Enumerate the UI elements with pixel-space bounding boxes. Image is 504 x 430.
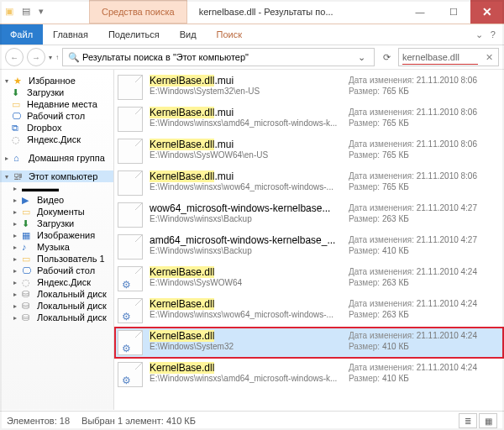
breadcrumb-dropdown-icon[interactable]: ⌄: [354, 52, 369, 63]
view-details-button[interactable]: ≣: [459, 413, 477, 428]
file-icon: [118, 139, 143, 164]
file-name: KernelBase.dll: [150, 330, 342, 342]
search-clear-icon[interactable]: ✕: [484, 52, 495, 63]
status-bar: Элементов: 18 Выбран 1 элемент: 410 КБ ≣…: [0, 411, 504, 430]
view-tiles-button[interactable]: ▦: [479, 413, 497, 428]
file-meta: Дата изменения: 21.11.2010 8:06Размер: 7…: [349, 139, 496, 160]
nav-pc-item[interactable]: ▸⛁Локальный диск: [0, 300, 113, 312]
file-name: KernelBase.dll.mui: [150, 170, 342, 182]
file-path: E:\Windows\winsxs\Backup: [150, 246, 342, 255]
search-result-row[interactable]: KernelBase.dllE:\Windows\SysWOW64Дата из…: [114, 263, 504, 295]
search-result-row[interactable]: KernelBase.dll.muiE:\Windows\winsxs\wow6…: [114, 167, 504, 199]
nav-favorites-header[interactable]: ▾★Избранное: [0, 75, 113, 87]
status-item-count: Элементов: 18: [7, 416, 70, 426]
tab-search[interactable]: Поиск: [207, 24, 252, 45]
nav-pc-item[interactable]: ▸⛁Локальный диск: [0, 288, 113, 300]
window-title: kernelbase.dll - Результаты по...: [187, 0, 403, 24]
nav-up-button[interactable]: ↑: [55, 54, 59, 61]
file-name: amd64_microsoft-windows-kernelbase_...: [150, 234, 342, 246]
search-results-list: KernelBase.dll.muiE:\Windows\System32\en…: [114, 70, 504, 410]
file-meta: Дата изменения: 21.11.2010 8:06Размер: 7…: [349, 170, 496, 192]
folder-icon: ▦: [22, 230, 34, 240]
ribbon-expand-icon[interactable]: ⌄ ?: [467, 24, 504, 45]
folder-icon: ⛁: [22, 301, 34, 311]
file-path: E:\Windows\SysWOW64: [150, 278, 342, 287]
search-result-row[interactable]: wow64_microsoft-windows-kernelbase...E:\…: [114, 199, 504, 231]
nav-fav-item[interactable]: ◌Яндекс.Диск: [0, 134, 113, 145]
minimize-button[interactable]: —: [403, 0, 437, 24]
tab-home[interactable]: Главная: [43, 24, 98, 45]
nav-pc-item[interactable]: ▸◌Яндекс.Диск: [0, 276, 113, 288]
contextual-tab-search-tools: Средства поиска: [89, 0, 187, 24]
nav-pc-item[interactable]: ▸▭Пользователь 1: [0, 253, 113, 265]
file-path: E:\Windows\System32: [150, 342, 342, 351]
nav-pc-redacted[interactable]: ▸▬▬▬▬: [0, 182, 113, 194]
file-name: KernelBase.dll: [150, 298, 342, 310]
search-input-text: kernelbase.dll: [402, 52, 484, 62]
refresh-button[interactable]: ⟳: [378, 52, 395, 63]
file-meta: Дата изменения: 21.11.2010 4:27Размер: 4…: [349, 234, 496, 256]
qat-dropdown-icon[interactable]: ▾: [39, 6, 50, 18]
nav-history-dropdown[interactable]: ▾: [49, 54, 52, 61]
folder-icon: ⛁: [22, 289, 34, 299]
search-result-row[interactable]: KernelBase.dllE:\Windows\winsxs\amd64_mi…: [114, 359, 504, 391]
navigation-pane: ▾★Избранное ⬇Загрузки▭Недавние места🖵Раб…: [0, 70, 114, 410]
file-name: KernelBase.dll.mui: [150, 107, 342, 118]
nav-homegroup[interactable]: ▸⌂Домашняя группа: [0, 152, 113, 164]
folder-icon: ▶: [22, 195, 34, 205]
folder-icon: 🖵: [12, 111, 24, 121]
nav-fav-item[interactable]: ⧉Dropbox: [0, 122, 113, 134]
nav-this-pc-header[interactable]: ▾🖳Этот компьютер: [0, 170, 113, 182]
tab-view[interactable]: Вид: [170, 24, 207, 45]
file-name: wow64_microsoft-windows-kernelbase...: [150, 202, 342, 214]
nav-fav-item[interactable]: ▭Недавние места: [0, 98, 113, 110]
nav-pc-item[interactable]: ▸♪Музыка: [0, 241, 113, 253]
status-selection: Выбран 1 элемент: 410 КБ: [81, 416, 196, 426]
breadcrumb-text: Результаты поиска в "Этот компьютер": [82, 52, 249, 62]
nav-fav-item[interactable]: ⬇Загрузки: [0, 87, 113, 98]
search-result-row[interactable]: KernelBase.dll.muiE:\Windows\winsxs\amd6…: [114, 103, 504, 135]
nav-pc-item[interactable]: ▸⛁Локальный диск: [0, 312, 113, 323]
file-meta: Дата изменения: 21.11.2010 4:24Размер: 4…: [349, 362, 496, 384]
close-button[interactable]: ✕: [470, 0, 504, 24]
nav-fav-item[interactable]: 🖵Рабочий стол: [0, 110, 113, 122]
file-path: E:\Windows\winsxs\wow64_microsoft-window…: [150, 182, 342, 191]
nav-pc-item[interactable]: ▸⬇Загрузки: [0, 218, 113, 229]
nav-pc-item[interactable]: ▸▦Изображения: [0, 229, 113, 241]
file-icon: [118, 298, 143, 323]
search-result-row[interactable]: KernelBase.dllE:\Windows\System32Дата из…: [114, 327, 504, 359]
maximize-button[interactable]: ☐: [437, 0, 470, 24]
qat-properties-icon[interactable]: ▤: [22, 6, 34, 18]
nav-forward-button[interactable]: →: [27, 48, 45, 66]
folder-icon: ◌: [22, 277, 34, 287]
file-meta: Дата изменения: 21.11.2010 4:24Размер: 2…: [349, 266, 496, 288]
file-icon: [118, 266, 143, 291]
tab-share[interactable]: Поделиться: [98, 24, 170, 45]
search-result-row[interactable]: amd64_microsoft-windows-kernelbase_...E:…: [114, 231, 504, 263]
tab-file[interactable]: Файл: [0, 24, 43, 45]
folder-icon: ▭: [12, 99, 24, 109]
file-icon: [118, 202, 143, 228]
file-path: E:\Windows\System32\en-US: [150, 87, 342, 96]
file-icon: [118, 107, 143, 132]
nav-pc-item[interactable]: ▸▶Видео: [0, 194, 113, 206]
folder-icon: ⧉: [12, 123, 24, 133]
file-icon: [118, 75, 143, 100]
file-icon: [118, 330, 143, 355]
file-name: KernelBase.dll: [150, 362, 342, 374]
search-result-row[interactable]: KernelBase.dllE:\Windows\winsxs\wow64_mi…: [114, 295, 504, 327]
file-path: E:\Windows\winsxs\amd64_microsoft-window…: [150, 374, 342, 383]
search-input[interactable]: kernelbase.dll ✕: [398, 48, 499, 66]
nav-pc-item[interactable]: ▸▭Документы: [0, 206, 113, 218]
breadcrumb[interactable]: 🔍 Результаты поиска в "Этот компьютер" ⌄: [62, 48, 375, 66]
nav-back-button[interactable]: ←: [5, 48, 24, 66]
folder-icon: ♪: [22, 242, 34, 252]
file-name: KernelBase.dll: [150, 266, 342, 278]
search-result-row[interactable]: KernelBase.dll.muiE:\Windows\System32\en…: [114, 71, 504, 103]
file-icon: [118, 234, 143, 260]
search-result-row[interactable]: KernelBase.dll.muiE:\Windows\SysWOW64\en…: [114, 135, 504, 167]
file-meta: Дата изменения: 21.11.2010 8:06Размер: 7…: [349, 75, 496, 97]
app-icon: ▣: [5, 6, 17, 18]
nav-pc-item[interactable]: ▸🖵Рабочий стол: [0, 265, 113, 276]
folder-icon: ▭: [22, 254, 34, 264]
